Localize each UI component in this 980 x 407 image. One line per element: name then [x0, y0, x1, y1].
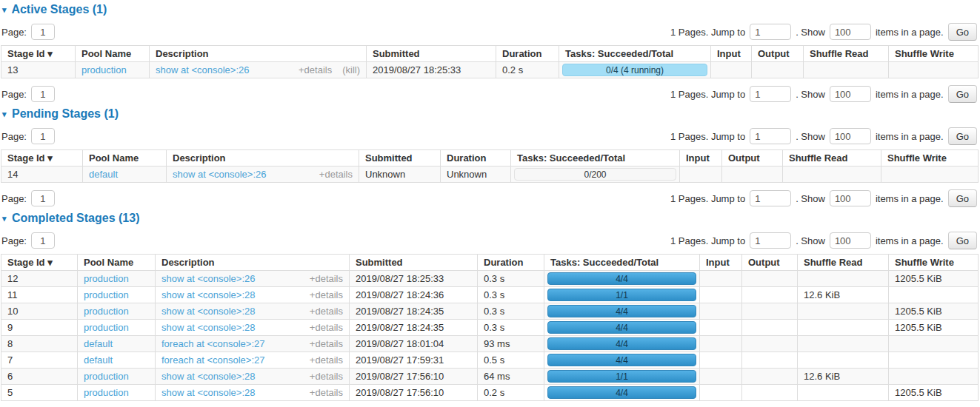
pool-name-link[interactable]: default — [89, 169, 118, 180]
column-header-tasks-succeeded-total[interactable]: Tasks: Succeeded/Total — [511, 150, 680, 166]
page-size-input[interactable] — [830, 24, 871, 40]
column-header-duration[interactable]: Duration — [441, 150, 511, 166]
column-header-submitted[interactable]: Submitted — [359, 150, 441, 166]
task-progress-bar: 4/4 — [547, 337, 696, 350]
page-number-input[interactable] — [31, 86, 55, 102]
jump-to-page-input[interactable] — [750, 24, 791, 40]
stage-row: 9productionshow at <console>:28+details2… — [1, 320, 979, 336]
description-link[interactable]: show at <console>:28 — [161, 322, 255, 333]
pool-name-link[interactable]: production — [84, 289, 129, 300]
column-header-stage-id[interactable]: Stage Id ▾ — [1, 255, 78, 271]
column-header-stage-id[interactable]: Stage Id ▾ — [1, 150, 83, 166]
kill-link[interactable]: (kill) — [342, 64, 360, 75]
shuffle-read-cell — [798, 271, 889, 287]
tasks-cell: 4/4 — [544, 352, 700, 369]
details-toggle[interactable]: +details — [310, 322, 343, 333]
column-header-shuffle-write[interactable]: Shuffle Write — [881, 150, 979, 166]
description-link[interactable]: show at <console>:26 — [173, 169, 266, 180]
section-title-completed[interactable]: ▾ Completed Stages (13) — [2, 212, 978, 225]
details-toggle[interactable]: +details — [310, 387, 343, 398]
go-button[interactable]: Go — [948, 127, 977, 145]
column-header-shuffle-write[interactable]: Shuffle Write — [889, 46, 979, 62]
jump-to-page-input[interactable] — [750, 86, 791, 102]
stage-id-cell: 6 — [1, 369, 78, 385]
column-header-shuffle-read[interactable]: Shuffle Read — [783, 150, 881, 166]
pool-name-link[interactable]: default — [84, 354, 113, 366]
description-link[interactable]: show at <console>:28 — [161, 289, 255, 300]
page-number-input[interactable] — [31, 24, 55, 40]
pool-name-link[interactable]: default — [84, 338, 113, 349]
page-size-input[interactable] — [830, 128, 871, 144]
column-header-duration[interactable]: Duration — [478, 255, 544, 271]
page-size-input[interactable] — [830, 86, 871, 102]
column-header-submitted[interactable]: Submitted — [367, 46, 496, 62]
column-header-input[interactable]: Input — [680, 150, 722, 166]
jump-to-page-input[interactable] — [750, 128, 791, 144]
description-link[interactable]: show at <console>:26 — [161, 273, 255, 284]
details-toggle[interactable]: +details — [310, 338, 343, 349]
column-header-tasks-succeeded-total[interactable]: Tasks: Succeeded/Total — [559, 46, 711, 62]
column-header-duration[interactable]: Duration — [496, 46, 559, 62]
jump-to-page-input[interactable] — [750, 190, 791, 206]
description-link[interactable]: show at <console>:28 — [161, 387, 255, 398]
description-link[interactable]: show at <console>:28 — [161, 371, 255, 382]
details-toggle[interactable]: +details — [299, 64, 332, 75]
go-button[interactable]: Go — [948, 23, 977, 41]
pool-name-link[interactable]: production — [81, 64, 127, 75]
pages-count-label: 1 Pages. Jump to — [670, 235, 745, 246]
pagination-right: 1 Pages. Jump to. Showitems in a page.Go — [670, 232, 977, 249]
page-size-input[interactable] — [830, 232, 871, 249]
column-header-output[interactable]: Output — [722, 150, 783, 166]
header-row: Stage Id ▾Pool NameDescriptionSubmittedD… — [1, 46, 979, 62]
section-title-active[interactable]: ▾ Active Stages (1) — [2, 3, 978, 16]
pool-name-link[interactable]: production — [84, 306, 129, 317]
details-toggle[interactable]: +details — [310, 289, 343, 300]
column-header-input[interactable]: Input — [700, 255, 742, 271]
details-toggle[interactable]: +details — [310, 306, 343, 317]
input-cell — [680, 166, 722, 183]
jump-to-page-input[interactable] — [750, 232, 791, 249]
column-header-description[interactable]: Description — [167, 150, 359, 166]
details-toggle[interactable]: +details — [319, 169, 353, 180]
column-header-description[interactable]: Description — [156, 255, 350, 271]
pool-name-link[interactable]: production — [84, 273, 129, 284]
column-header-stage-id[interactable]: Stage Id ▾ — [1, 46, 76, 62]
column-header-description[interactable]: Description — [150, 46, 367, 62]
column-header-output[interactable]: Output — [752, 46, 804, 62]
description-link[interactable]: show at <console>:28 — [161, 306, 255, 317]
go-button[interactable]: Go — [948, 232, 977, 249]
page-number-input[interactable] — [31, 128, 55, 144]
submitted-cell: 2019/08/27 18:24:36 — [350, 287, 478, 303]
column-header-output[interactable]: Output — [742, 255, 798, 271]
column-header-tasks-succeeded-total[interactable]: Tasks: Succeeded/Total — [544, 255, 700, 271]
stage-row: 8defaultforeach at <console>:27+details2… — [1, 336, 979, 352]
shuffle-read-cell — [798, 320, 889, 336]
submitted-cell: 2019/08/27 18:24:35 — [350, 320, 478, 336]
details-toggle[interactable]: +details — [310, 354, 343, 366]
pagination-right: 1 Pages. Jump to. Showitems in a page.Go — [670, 23, 977, 41]
details-toggle[interactable]: +details — [310, 371, 343, 382]
go-button[interactable]: Go — [948, 189, 977, 207]
column-header-pool-name[interactable]: Pool Name — [83, 150, 167, 166]
column-header-pool-name[interactable]: Pool Name — [76, 46, 150, 62]
pool-name-link[interactable]: production — [84, 387, 129, 398]
description-link[interactable]: show at <console>:26 — [156, 64, 249, 75]
page-number-input[interactable] — [31, 232, 55, 249]
description-link[interactable]: foreach at <console>:27 — [161, 338, 265, 349]
pool-name-link[interactable]: production — [84, 322, 129, 333]
shuffle-read-cell — [798, 303, 889, 320]
column-header-input[interactable]: Input — [711, 46, 752, 62]
section-title-pending[interactable]: ▾ Pending Stages (1) — [2, 107, 978, 121]
column-header-shuffle-read[interactable]: Shuffle Read — [804, 46, 889, 62]
description-link[interactable]: foreach at <console>:27 — [161, 354, 265, 366]
pagination-completed-top: Page:1 Pages. Jump to. Showitems in a pa… — [1, 232, 977, 249]
column-header-pool-name[interactable]: Pool Name — [78, 255, 156, 271]
column-header-shuffle-write[interactable]: Shuffle Write — [889, 255, 979, 271]
column-header-shuffle-read[interactable]: Shuffle Read — [798, 255, 889, 271]
page-size-input[interactable] — [830, 190, 871, 206]
pool-name-link[interactable]: production — [84, 371, 129, 382]
details-toggle[interactable]: +details — [310, 273, 343, 284]
page-number-input[interactable] — [31, 190, 55, 206]
go-button[interactable]: Go — [948, 85, 977, 103]
column-header-submitted[interactable]: Submitted — [350, 255, 478, 271]
